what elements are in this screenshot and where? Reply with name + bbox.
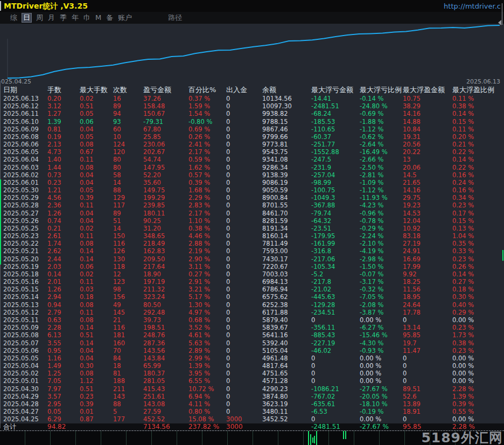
cell-lots: 7.97: [47, 385, 80, 393]
table-row[interactable]: 2025.06.123.120.5189158.481.59 %010097.3…: [0, 102, 504, 110]
tab-巾[interactable]: 巾: [83, 13, 90, 22]
table-row[interactable]: 2025.05.060.950.0470143.562.89 %05105.04…: [0, 347, 504, 354]
volume-bar: [308, 431, 309, 445]
cell-max-lots: 0.05: [80, 186, 113, 194]
cell-max-lots: 0.39: [80, 194, 113, 201]
table-row[interactable]: 2025.06.090.810.046067.800.69 %09867.46-…: [0, 126, 504, 133]
table-row[interactable]: 2025.05.021.250.0881180.373.95 %04751.65…: [0, 370, 504, 377]
table-row[interactable]: 2025.05.130.940.084980.501.30 %06252.38-…: [0, 301, 504, 309]
table-row[interactable]: 2025.05.110.630.082139.730.68 %05879.400…: [0, 316, 504, 324]
table-row[interactable]: 2025.05.151.260.0398211.323.21 %06786.94…: [0, 286, 504, 293]
header-lots: 手数: [47, 85, 80, 95]
table-row[interactable]: 2025.06.031.440.0880147.951.62 %09286.34…: [0, 164, 504, 171]
cell-max-float-profit: 10.84: [403, 126, 452, 133]
table-row[interactable]: 2025.05.142.940.18156323.245.17 %06575.6…: [0, 293, 504, 301]
table-row[interactable]: 2025.05.017.051.12188281.056.55 %04571.2…: [0, 377, 504, 385]
cell-max-float-loss-pct: -2.64 %: [360, 141, 403, 148]
tab-综[interactable]: 综: [10, 13, 17, 22]
header-pct: 百分比%: [188, 85, 226, 95]
cell-lots: 0.94: [47, 301, 80, 309]
cell-max-lots: 0.04: [80, 347, 113, 354]
table-row[interactable]: 2025.06.101.390.0693-79.31-0.80 %09788.1…: [0, 118, 504, 126]
cell-max-float-loss: -217.06: [311, 255, 360, 263]
table-row[interactable]: 2025.05.282.360.11117239.852.83 %08701.5…: [0, 201, 504, 209]
table-row[interactable]: 2025.05.271.260.0489180.112.17 %08461.70…: [0, 210, 504, 217]
table-row[interactable]: 2025.05.051.160.0484143.842.99 %04961.48…: [0, 354, 504, 362]
table-row[interactable]: 2025.05.232.610.11150348.654.46 %08160.1…: [0, 232, 504, 240]
cell-max-float-profit: 20.56: [403, 141, 452, 148]
tab-年[interactable]: 年: [72, 13, 79, 22]
cell-trades: 88: [113, 400, 143, 408]
path-label[interactable]: 路径: [168, 13, 182, 23]
tab-周[interactable]: 周: [36, 13, 43, 22]
table-row[interactable]: 2025.05.086.130.51181248.764.61 %05641.1…: [0, 331, 504, 339]
tab-季[interactable]: 季: [60, 13, 67, 22]
table-row[interactable]: 2025.04.256.290.87177452.5215.08 %300034…: [0, 415, 504, 423]
table-row[interactable]: 2025.05.041.490.301865.991.39 %04817.640…: [0, 362, 504, 370]
cell-date: 2025.05.18: [3, 270, 47, 278]
table-row[interactable]: 2025.06.010.230.041435.600.39 %09086.19-…: [0, 179, 504, 186]
cell-max-float-loss: -1552.88: [311, 148, 360, 156]
cell-max-float-loss-pct: -4.19 %: [360, 247, 403, 255]
table-row[interactable]: 2025.06.062.130.08124230.062.41 %09773.8…: [0, 141, 504, 148]
table-row[interactable]: 2025.05.192.030.06118217.643.11 %07220.6…: [0, 263, 504, 270]
table-row[interactable]: 2025.06.020.730.045852.200.57 %09138.39-…: [0, 171, 504, 179]
cell-max-float-loss: -885.43: [311, 331, 360, 339]
cell-max-float-loss-pct: 0.00 %: [360, 415, 403, 423]
cell-max-float-loss: -217.8: [311, 278, 360, 286]
table-row[interactable]: 2025.05.212.620.14126162.832.19 %07593.0…: [0, 247, 504, 255]
cell-pct: 1.30 %: [188, 301, 226, 309]
cell-max-lots: 0.08: [80, 301, 113, 309]
cell-date: 2025.05.11: [3, 316, 47, 324]
cell-date: 2025.05.29: [3, 194, 47, 201]
cell-pnl: 143.08: [143, 400, 188, 408]
table-row[interactable]: 2025.05.092.280.14116198.513.52 %05839.6…: [0, 324, 504, 331]
table-row[interactable]: 2025.05.250.210.021431.200.38 %08191.34-…: [0, 225, 504, 232]
cell-max-float-profit-pct: 0.00 %: [452, 316, 504, 324]
cell-trades: 58: [113, 171, 143, 179]
cell-max-float-profit: 16.69: [403, 255, 452, 263]
table-row[interactable]: 2025.05.294.560.39129199.292.29 %08900.8…: [0, 194, 504, 201]
cell-lots: 1.26: [47, 210, 80, 217]
table-row[interactable]: 2025.05.180.140.021218.900.27 %07003.03-…: [0, 270, 504, 278]
table-row[interactable]: 2025.04.293.570.23143251.616.94 %03874.8…: [0, 393, 504, 400]
cell-lots: 2.03: [47, 263, 80, 270]
cell-max-float-loss-pct: -3.17 %: [360, 278, 403, 286]
cell-max-float-loss-pct: -2.08 %: [360, 301, 403, 309]
table-row[interactable]: 2025.06.080.190.051025.850.26 %09799.66-…: [0, 133, 504, 141]
cell-pct: 2.83 %: [188, 201, 226, 209]
table-row[interactable]: 2025.04.307.970.51211415.4310.72 %04290.…: [0, 385, 504, 393]
cell-max-float-loss: -14.41: [311, 95, 360, 102]
table-row[interactable]: 2025.06.130.200.021637.260.37 %010134.56…: [0, 95, 504, 102]
table-row[interactable]: 2025.05.122.790.11145292.484.97 %06171.8…: [0, 309, 504, 316]
table-row[interactable]: 2025.06.041.400.118054.740.59 %09341.08-…: [0, 156, 504, 163]
table-row[interactable]: 2025.05.162.010.11123197.192.91 %06984.1…: [0, 278, 504, 286]
tab-日[interactable]: 日: [22, 13, 31, 22]
cell-pct: 6.55 %: [188, 377, 226, 385]
table-row[interactable]: 2025.06.111.270.0594150.671.54 %09938.82…: [0, 110, 504, 117]
tab-月[interactable]: 月: [48, 13, 55, 22]
cell-pnl: 158.48: [143, 102, 188, 110]
table-row[interactable]: 2025.04.282.950.3988143.084.11 %03623.19…: [0, 400, 504, 408]
cell-in-out: 0: [226, 225, 262, 232]
cell-max-float-profit: 0: [403, 415, 452, 423]
table-row[interactable]: 2025.05.202.440.14130209.502.90 %07430.1…: [0, 255, 504, 263]
tab-账户[interactable]: 账户: [118, 13, 132, 22]
table-row[interactable]: 2025.05.221.740.08116218.492.88 %07811.4…: [0, 240, 504, 247]
tab-M[interactable]: M: [95, 13, 101, 22]
cell-in-out: 0: [226, 126, 262, 133]
table-row[interactable]: 2025.05.073.550.14160287.365.63 %05392.4…: [0, 339, 504, 347]
cell-date: 2025.06.11: [3, 110, 47, 117]
app-url-link[interactable]: http://mtdriver.c: [444, 2, 501, 10]
splitter-arrow-icon[interactable]: [498, 20, 501, 25]
table-row[interactable]: 2025.05.301.210.0588149.751.68 %09050.59…: [0, 186, 504, 194]
table-row[interactable]: 2025.05.260.740.045190.251.10 %08281.59-…: [0, 217, 504, 225]
table-row[interactable]: 2025.04.270.050.01527.590.80 %03480.11-6…: [0, 408, 504, 415]
cell-pct: 6.94 %: [188, 393, 226, 400]
cell-max-float-profit: 17.99: [403, 263, 452, 270]
cell-balance: 4571.28: [262, 377, 311, 385]
cell-date: 2025.04.28: [3, 400, 47, 408]
table-row[interactable]: 2025.06.054.730.67120202.672.17 %09543.7…: [0, 148, 504, 156]
cell-trades: 98: [113, 286, 143, 293]
tab-备[interactable]: 备: [106, 13, 113, 22]
